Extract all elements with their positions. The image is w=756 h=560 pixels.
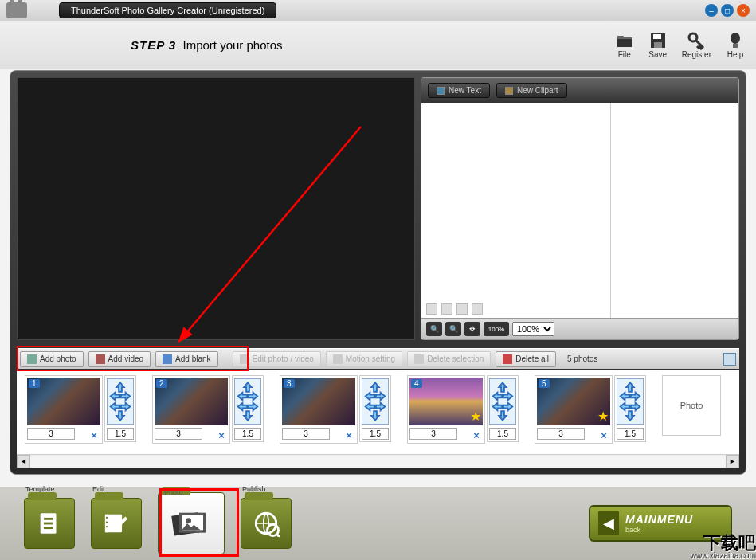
svg-rect-1 (653, 34, 661, 39)
transition-3[interactable]: 1.5 (359, 375, 391, 442)
watermark: 下载吧 www.xiazaiba.com (691, 535, 756, 560)
duration-input[interactable] (282, 428, 330, 440)
close-button[interactable]: × (737, 4, 750, 17)
chevron-left-icon: ◀ (598, 511, 619, 535)
nav-edit[interactable]: Edit (91, 498, 142, 549)
star-icon: ★ (470, 409, 481, 424)
zoom-select[interactable]: 100% (512, 322, 554, 336)
fit-button[interactable]: ✥ (464, 322, 480, 336)
save-button[interactable]: Save (648, 31, 668, 59)
transition-duration: 1.5 (234, 428, 261, 440)
layer-up-icon[interactable] (426, 303, 437, 315)
new-text-button[interactable]: New Text (428, 83, 490, 98)
add-photo-button[interactable]: Add photo (20, 351, 84, 367)
add-video-button[interactable]: Add video (88, 351, 151, 367)
thumbnail-2[interactable]: 2× (152, 375, 230, 444)
duration-input[interactable] (537, 428, 585, 440)
add-photo-icon (27, 354, 37, 364)
svg-line-22 (276, 534, 280, 537)
thumb-number: 4 (411, 379, 422, 388)
layer-preview[interactable] (421, 103, 611, 318)
svg-point-14 (106, 521, 108, 523)
scrollbar[interactable]: ◄ ► (17, 454, 739, 468)
expand-strip-button[interactable] (723, 353, 736, 366)
svg-point-13 (106, 517, 108, 519)
transition-icon (362, 378, 389, 425)
app-logo-icon (6, 2, 27, 18)
nav-template[interactable]: Template (24, 498, 75, 549)
bulb-icon (726, 31, 745, 50)
svg-rect-5 (733, 44, 738, 48)
layer-delete-icon[interactable] (472, 303, 483, 315)
remove-thumb-button[interactable]: × (598, 429, 609, 441)
thumb-number: 3 (284, 379, 295, 388)
remove-thumb-button[interactable]: × (216, 429, 227, 441)
template-icon (36, 510, 63, 537)
delete-selection-button[interactable]: Delete selection (407, 351, 491, 367)
transition-2[interactable]: 1.5 (232, 375, 264, 442)
publish-icon (253, 510, 280, 537)
transition-duration: 1.5 (107, 428, 134, 440)
motion-icon (333, 354, 343, 364)
delete-all-button[interactable]: Delete all (496, 351, 556, 367)
transition-icon (489, 378, 516, 425)
register-button[interactable]: Register (682, 31, 711, 59)
transition-icon (617, 378, 644, 425)
zoom-out-button[interactable]: 🔍 (445, 322, 461, 336)
scroll-left-button[interactable]: ◄ (17, 455, 30, 468)
svg-point-19 (186, 518, 191, 523)
svg-rect-2 (654, 42, 662, 48)
window-title: ThunderSoft Photo Gallery Creator (Unreg… (59, 2, 276, 18)
transition-1[interactable]: 1.5 (104, 375, 136, 442)
remove-thumb-button[interactable]: × (343, 429, 354, 441)
step-number: STEP 3 (131, 38, 176, 52)
key-icon (687, 31, 706, 50)
step-heading: STEP 3 Import your photos (131, 38, 283, 52)
thumbnail-3[interactable]: 3× (280, 375, 358, 444)
mainmenu-sublabel: back (625, 526, 693, 534)
layer-down-icon[interactable] (441, 303, 452, 315)
duration-input[interactable] (409, 428, 457, 440)
add-video-icon (96, 354, 105, 364)
annotation-arrow-icon (130, 103, 385, 350)
thumb-number: 2 (156, 379, 167, 388)
transition-icon (107, 378, 134, 425)
edit-icon (240, 354, 249, 364)
new-clipart-button[interactable]: New Clipart (496, 83, 567, 98)
thumbnail-5[interactable]: 5★× (535, 375, 613, 444)
minimize-button[interactable]: – (705, 4, 718, 17)
add-blank-button[interactable]: Add blank (155, 351, 217, 367)
thumb-number: 1 (29, 379, 40, 388)
zoom-100-button[interactable]: 100% (484, 322, 509, 336)
transition-duration: 1.5 (617, 428, 644, 440)
transition-4[interactable]: 1.5 (487, 375, 519, 442)
scroll-right-button[interactable]: ► (726, 455, 739, 468)
add-blank-icon (163, 354, 172, 364)
photo-count: 5 photos (567, 354, 597, 363)
motion-setting-button[interactable]: Motion setting (326, 351, 402, 367)
blank-slot[interactable]: Photo (662, 375, 721, 436)
text-icon (437, 87, 445, 95)
clipart-icon (505, 87, 513, 95)
star-icon: ★ (597, 409, 609, 424)
delete-icon (414, 354, 424, 364)
help-button[interactable]: Help (726, 31, 745, 59)
zoom-in-button[interactable]: 🔍 (426, 322, 442, 336)
layer-copy-icon[interactable] (456, 303, 468, 315)
remove-thumb-button[interactable]: × (471, 429, 482, 441)
thumbnail-1[interactable]: 1× (25, 375, 103, 444)
nav-publish[interactable]: Publish (241, 498, 292, 549)
layer-props (611, 103, 738, 318)
svg-point-15 (106, 526, 108, 527)
duration-input[interactable] (155, 428, 202, 440)
nav-photo[interactable]: Photo (158, 492, 225, 554)
folder-icon (615, 31, 634, 50)
maximize-button[interactable]: □ (721, 4, 734, 17)
thumbnail-4[interactable]: 4★× (407, 375, 485, 444)
edit-nav-icon (103, 510, 130, 537)
edit-photo-button[interactable]: Edit photo / video (233, 351, 321, 367)
file-button[interactable]: File (615, 31, 634, 59)
duration-input[interactable] (27, 428, 75, 440)
transition-5[interactable]: 1.5 (614, 375, 646, 442)
remove-thumb-button[interactable]: × (88, 429, 100, 441)
